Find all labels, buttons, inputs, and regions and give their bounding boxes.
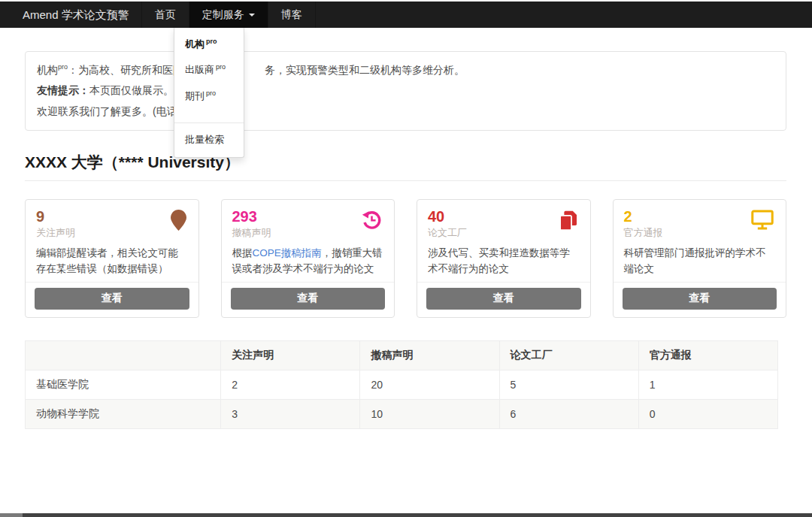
stat-label: 官方通报 [624, 226, 663, 240]
pro-badge: pro [206, 38, 217, 45]
stat-value: 9 [36, 208, 75, 225]
stat-label: 关注声明 [36, 226, 75, 240]
chevron-down-icon [249, 14, 255, 17]
cope-guideline-link[interactable]: COPE撤稿指南 [253, 247, 322, 258]
stat-label: 撤稿声明 [232, 226, 271, 240]
stat-value: 40 [428, 208, 467, 225]
footer-bar [0, 513, 812, 517]
pro-badge: pro [216, 63, 226, 71]
value-cell: 2 [221, 370, 360, 399]
header-concern: 关注声明 [221, 340, 360, 370]
stat-label: 论文工厂 [428, 226, 467, 240]
copy-pages-icon [559, 210, 578, 234]
view-button[interactable]: 查看 [426, 288, 581, 310]
department-stats-table: 关注声明 撤稿声明 论文工厂 官方通报 基础医学院 2 20 5 1 动物科学学… [25, 340, 778, 429]
stat-value: 293 [232, 208, 271, 225]
stat-description: 根据COPE撤稿指南，撤销重大错误或者涉及学术不端行为的论文 [232, 246, 384, 277]
nav-item-home[interactable]: 首页 [141, 2, 189, 28]
card-retraction: 293 撤稿声明 根据COPE撤稿指南，撤销重大错误或者涉及学术不端行为的论文 … [221, 199, 395, 318]
header-empty [26, 340, 221, 370]
stat-description: 涉及代写、买卖和捏造数据等学术不端行为的论文 [428, 246, 580, 277]
table-row: 基础医学院 2 20 5 1 [26, 370, 778, 399]
stat-value: 2 [624, 208, 663, 225]
menu-item-institution-label: 机构 [185, 38, 205, 50]
card-expression-of-concern: 9 关注声明 编辑部提醒读者，相关论文可能存在某些错误（如数据错误） 查看 [25, 199, 199, 318]
dept-name-cell: 基础医学院 [26, 370, 221, 399]
value-cell: 10 [360, 399, 499, 428]
history-icon [362, 210, 382, 233]
custom-service-dropdown: 机构pro 出版商pro 期刊pro 批量检索 [174, 28, 244, 158]
map-pin-icon [171, 210, 186, 234]
value-cell: 3 [221, 399, 360, 428]
card-official-notice: 2 官方通报 科研管理部门通报批评的学术不端论文 查看 [613, 199, 787, 318]
notice-line-3: 欢迎联系我们了解更多。(电话：0 [37, 101, 774, 122]
notice-line-1: 机构pro：为高校、研究所和医院等务，实现预警类型和二级机构等多维分析。 [37, 60, 774, 80]
header-retraction: 撤稿声明 [360, 340, 499, 370]
page-title: XXXX 大学（**** University） [25, 152, 786, 181]
value-cell: 0 [638, 399, 777, 428]
header-official-notice: 官方通报 [638, 340, 777, 370]
table-row: 动物科学学院 3 10 6 0 [26, 399, 778, 428]
pro-badge: pro [206, 89, 216, 97]
view-button[interactable]: 查看 [35, 288, 189, 310]
dept-name-cell: 动物科学学院 [26, 399, 221, 428]
header-paper-mill: 论文工厂 [499, 340, 638, 370]
value-cell: 5 [499, 370, 638, 399]
stat-description: 科研管理部门通报批评的学术不端论文 [624, 246, 776, 277]
card-paper-mill: 40 论文工厂 涉及代写、买卖和捏造数据等学术不端行为的论文 查看 [417, 199, 591, 318]
notice-panel: 机构pro：为高校、研究所和医院等务，实现预警类型和二级机构等多维分析。 友情提… [25, 51, 786, 131]
menu-item-publisher[interactable]: 出版商pro [174, 57, 244, 83]
value-cell: 6 [499, 399, 638, 428]
menu-divider [174, 122, 244, 123]
menu-item-publisher-label: 出版商 [185, 65, 214, 76]
nav-item-custom-service[interactable]: 定制服务 [189, 2, 268, 28]
stat-cards-row: 9 关注声明 编辑部提醒读者，相关论文可能存在某些错误（如数据错误） 查看 [25, 199, 786, 318]
brand-link[interactable]: Amend 学术论文预警 [11, 2, 141, 28]
nav-item-custom-service-label: 定制服务 [202, 8, 244, 20]
table-header-row: 关注声明 撤稿声明 论文工厂 官方通报 [26, 340, 778, 370]
view-button[interactable]: 查看 [623, 288, 777, 310]
monitor-icon [751, 210, 774, 233]
top-navbar: Amend 学术论文预警 首页 定制服务 博客 [0, 2, 812, 28]
menu-item-journal-label: 期刊 [185, 90, 205, 101]
value-cell: 20 [360, 370, 499, 399]
footer-bar-light-segment [0, 513, 23, 517]
menu-item-institution[interactable]: 机构pro [174, 32, 244, 57]
menu-item-journal[interactable]: 期刊pro [174, 83, 244, 109]
value-cell: 1 [638, 370, 777, 399]
stat-description: 编辑部提醒读者，相关论文可能存在某些错误（如数据错误） [36, 246, 188, 277]
view-button[interactable]: 查看 [231, 288, 386, 310]
notice-line-2: 友情提示：本页面仅做展示。 [37, 80, 774, 101]
menu-item-batch-search[interactable]: 批量检索 [174, 127, 244, 153]
nav-item-blog[interactable]: 博客 [268, 2, 316, 28]
